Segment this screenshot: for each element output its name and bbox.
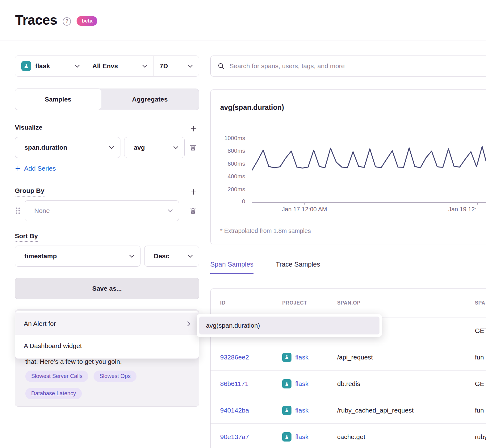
chevron-down-icon: [75, 65, 80, 68]
project-cell[interactable]: flask: [282, 353, 337, 362]
visualize-aggregate-select[interactable]: avg: [124, 137, 185, 158]
span-id-link[interactable]: 93286ee2: [220, 354, 282, 361]
table-row: 86b61171 flask db.redis GET: [211, 370, 486, 397]
project-link[interactable]: flask: [295, 433, 308, 441]
save-as-button[interactable]: Save as...: [15, 278, 199, 299]
table-header: ID PROJECT SPAN.OP SPA: [211, 289, 486, 317]
group-by-label: Group By: [15, 187, 44, 197]
sort-by-row: timestamp Desc: [15, 246, 199, 267]
sort-field-select[interactable]: timestamp: [15, 246, 140, 267]
tab-span-samples[interactable]: Span Samples: [210, 261, 253, 274]
visualize-aggregate-value: avg: [134, 144, 145, 151]
sort-direction-value: Desc: [154, 252, 169, 260]
add-group-by-button[interactable]: [190, 188, 197, 196]
drag-handle-icon[interactable]: [15, 206, 21, 215]
span-op-cell: db.redis: [337, 380, 475, 388]
y-axis-tick: 400ms: [211, 173, 245, 180]
group-by-select[interactable]: None: [25, 200, 179, 221]
span-id-link[interactable]: 86b61171: [220, 380, 282, 388]
flask-project-icon: [282, 353, 291, 362]
column-header-project: PROJECT: [282, 300, 337, 306]
span-op-cell: /ruby_cached_api_request: [337, 407, 475, 414]
span-extra-cell: fun: [475, 407, 486, 414]
span-id-link[interactable]: 940142ba: [220, 407, 282, 414]
page-header: Traces ? beta: [0, 0, 486, 40]
delete-group-by-icon[interactable]: [189, 207, 197, 215]
flask-project-icon: [282, 379, 291, 388]
project-selector[interactable]: flask: [15, 56, 86, 76]
sample-tabs: Span Samples Trace Samples: [210, 261, 486, 276]
environment-selector[interactable]: All Envs: [86, 56, 153, 76]
y-axis-tick: 0: [211, 198, 245, 205]
add-series-label: Add Series: [24, 165, 56, 172]
visualize-row: span.duration avg: [15, 137, 199, 158]
visualize-field-value: span.duration: [24, 144, 67, 151]
date-range-selector[interactable]: 7D: [153, 56, 199, 76]
results-panel: avg(span.duration) 1000ms 800ms 600ms 40…: [210, 56, 486, 448]
column-header-spa: SPA: [475, 300, 486, 306]
help-icon[interactable]: ?: [63, 17, 71, 26]
suggestion-slowest-server-calls[interactable]: Slowest Server Calls: [25, 371, 88, 382]
duration-line-chart[interactable]: [252, 138, 486, 202]
add-visualize-button[interactable]: [190, 125, 197, 132]
menu-item-dashboard-widget[interactable]: A Dashboard widget: [15, 335, 199, 357]
sort-by-label: Sort By: [15, 232, 38, 242]
column-header-id: ID: [220, 300, 282, 306]
x-axis-tickmark: [477, 202, 478, 205]
chevron-down-icon: [174, 146, 178, 149]
suggestion-slowest-ops[interactable]: Slowest Ops: [94, 371, 136, 382]
chevron-down-icon: [168, 209, 173, 212]
submenu-item-avg-span-duration[interactable]: avg(span.duration): [199, 317, 379, 334]
span-op-cell: /api_request: [337, 354, 475, 361]
project-cell[interactable]: flask: [282, 432, 337, 442]
search-bar[interactable]: [210, 56, 486, 77]
sort-direction-select[interactable]: Desc: [144, 246, 199, 267]
sort-field-value: timestamp: [24, 252, 57, 260]
chevron-down-icon: [109, 146, 114, 149]
search-input[interactable]: [229, 62, 486, 70]
chevron-down-icon: [188, 255, 193, 258]
date-range-selector-label: 7D: [160, 62, 168, 70]
query-builder-panel: flask All Envs 7D Samples Aggregates Vis…: [15, 56, 199, 299]
project-link[interactable]: flask: [295, 380, 308, 388]
chevron-down-icon: [129, 255, 134, 258]
suggestion-database-latency[interactable]: Database Latency: [25, 388, 82, 399]
suggestion-pill-row: Slowest Server Calls Slowest Ops: [25, 371, 136, 382]
project-selector-label: flask: [35, 62, 50, 70]
tab-trace-samples[interactable]: Trace Samples: [276, 261, 320, 273]
x-axis-tick: Jan 17 12:00 AM: [282, 206, 327, 213]
save-as-submenu: avg(span.duration): [197, 314, 382, 337]
delete-visualize-icon[interactable]: [189, 143, 197, 151]
project-cell[interactable]: flask: [282, 406, 337, 415]
chart-card: avg(span.duration) 1000ms 800ms 600ms 40…: [210, 89, 486, 244]
project-link[interactable]: flask: [295, 407, 308, 414]
y-axis-tick: 200ms: [211, 186, 245, 193]
group-by-row: None: [15, 200, 199, 221]
project-link[interactable]: flask: [295, 354, 308, 361]
span-id-link[interactable]: 90e137a7: [220, 433, 282, 441]
visualize-field-select[interactable]: span.duration: [15, 137, 120, 158]
menu-item-label: A Dashboard widget: [24, 342, 82, 350]
table-row: 940142ba flask /ruby_cached_api_request …: [211, 397, 486, 423]
visualize-header: Visualize: [15, 124, 199, 133]
menu-item-an-alert-for[interactable]: An Alert for: [15, 313, 199, 335]
tab-aggregates[interactable]: Aggregates: [101, 89, 199, 110]
y-axis-tick: 600ms: [211, 160, 245, 167]
suggestion-pill-row: Database Latency: [25, 388, 82, 399]
chevron-down-icon: [188, 65, 193, 68]
flask-project-icon: [282, 406, 291, 415]
x-axis-tickmark: [304, 202, 305, 205]
add-series-button[interactable]: Add Series: [15, 165, 56, 172]
visualize-label: Visualize: [15, 124, 43, 133]
span-extra-cell: fun: [475, 354, 486, 361]
span-op-cell: cache.get: [337, 433, 475, 441]
column-header-span-op: SPAN.OP: [337, 300, 475, 306]
group-by-header: Group By: [15, 187, 199, 197]
tab-samples[interactable]: Samples: [15, 89, 101, 110]
table-row: 90e137a7 flask cache.get ruby: [211, 423, 486, 448]
group-by-placeholder: None: [34, 207, 50, 214]
search-icon: [217, 62, 225, 70]
menu-item-label: An Alert for: [24, 320, 56, 327]
x-axis-line: [252, 202, 486, 203]
project-cell[interactable]: flask: [282, 379, 337, 388]
